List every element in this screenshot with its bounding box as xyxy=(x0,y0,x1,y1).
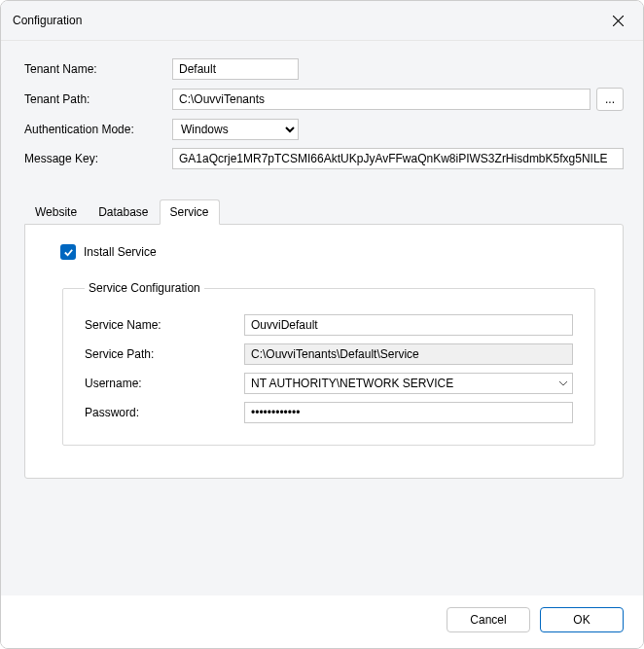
service-config-group: Service Configuration Service Name: Serv… xyxy=(62,281,595,446)
close-button[interactable] xyxy=(606,9,629,32)
ellipsis-icon: ... xyxy=(605,92,615,106)
close-icon xyxy=(613,16,624,26)
username-label: Username: xyxy=(85,377,244,390)
service-path-label: Service Path: xyxy=(85,347,244,361)
install-service-checkbox[interactable] xyxy=(60,244,76,260)
password-label: Password: xyxy=(85,406,244,419)
cancel-button[interactable]: Cancel xyxy=(447,607,530,632)
ok-button-label: OK xyxy=(573,613,590,627)
browse-path-button[interactable]: ... xyxy=(596,88,624,111)
auth-mode-label: Authentication Mode: xyxy=(24,123,172,136)
username-dropdown-button[interactable] xyxy=(555,374,572,393)
tab-strip: Website Database Service xyxy=(24,198,624,224)
tab-website[interactable]: Website xyxy=(24,199,88,225)
check-icon xyxy=(63,247,74,258)
password-input[interactable] xyxy=(244,402,573,423)
username-combobox[interactable] xyxy=(244,373,573,394)
service-config-legend: Service Configuration xyxy=(85,281,204,295)
tenant-name-input[interactable] xyxy=(172,58,299,80)
service-path-input xyxy=(244,343,573,365)
tenant-path-label: Tenant Path: xyxy=(24,92,172,106)
message-key-label: Message Key: xyxy=(24,152,172,165)
service-name-input[interactable] xyxy=(244,314,573,336)
message-key-input[interactable] xyxy=(172,148,624,169)
chevron-down-icon xyxy=(558,379,568,388)
tab-service[interactable]: Service xyxy=(160,199,220,225)
cancel-button-label: Cancel xyxy=(470,613,506,627)
service-tab-panel: Install Service Service Configuration Se… xyxy=(24,224,624,479)
tab-database[interactable]: Database xyxy=(88,199,159,225)
auth-mode-select[interactable]: Windows xyxy=(172,119,299,140)
service-name-label: Service Name: xyxy=(85,318,244,332)
install-service-label: Install Service xyxy=(84,245,157,259)
window-title: Configuration xyxy=(13,14,82,27)
ok-button[interactable]: OK xyxy=(540,607,624,632)
tenant-name-label: Tenant Name: xyxy=(24,62,172,76)
tenant-path-input[interactable] xyxy=(172,89,590,110)
